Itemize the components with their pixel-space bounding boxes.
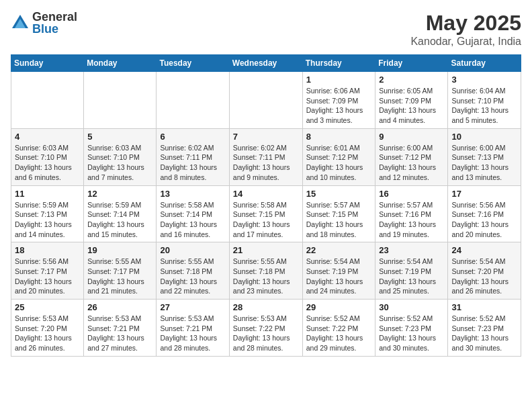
day-info: Sunrise: 5:56 AM Sunset: 7:16 PM Dayligh… xyxy=(451,200,517,240)
day-number: 13 xyxy=(160,189,225,199)
day-number: 7 xyxy=(233,132,299,142)
day-info: Sunrise: 5:56 AM Sunset: 7:17 PM Dayligh… xyxy=(15,257,80,296)
calendar-cell: 14Sunrise: 5:58 AM Sunset: 7:15 PM Dayli… xyxy=(229,185,302,242)
title-block: May 2025 Kanodar, Gujarat, India xyxy=(410,11,521,48)
calendar-cell: 11Sunrise: 5:59 AM Sunset: 7:13 PM Dayli… xyxy=(11,185,84,242)
logo: General Blue xyxy=(11,11,77,35)
calendar-cell: 6Sunrise: 6:02 AM Sunset: 7:11 PM Daylig… xyxy=(157,128,229,185)
day-number: 15 xyxy=(306,189,372,199)
calendar-week-row: 1Sunrise: 6:06 AM Sunset: 7:09 PM Daylig… xyxy=(11,72,521,129)
day-number: 27 xyxy=(160,302,225,312)
day-info: Sunrise: 6:00 AM Sunset: 7:13 PM Dayligh… xyxy=(451,143,517,183)
day-number: 30 xyxy=(379,302,444,312)
day-number: 29 xyxy=(306,302,372,312)
calendar-cell: 16Sunrise: 5:57 AM Sunset: 7:16 PM Dayli… xyxy=(375,185,448,242)
day-number: 21 xyxy=(233,245,299,255)
day-number: 1 xyxy=(306,75,372,85)
calendar-cell: 31Sunrise: 5:52 AM Sunset: 7:23 PM Dayli… xyxy=(448,300,521,357)
day-info: Sunrise: 5:53 AM Sunset: 7:22 PM Dayligh… xyxy=(233,314,299,353)
day-number: 28 xyxy=(233,302,299,312)
calendar-cell: 19Sunrise: 5:55 AM Sunset: 7:17 PM Dayli… xyxy=(84,242,157,300)
day-number: 5 xyxy=(87,132,152,142)
calendar-cell: 9Sunrise: 6:00 AM Sunset: 7:12 PM Daylig… xyxy=(375,128,448,185)
calendar-cell: 21Sunrise: 5:55 AM Sunset: 7:18 PM Dayli… xyxy=(229,242,302,300)
calendar-week-row: 25Sunrise: 5:53 AM Sunset: 7:20 PM Dayli… xyxy=(11,300,521,357)
weekday-header-row: SundayMondayTuesdayWednesdayThursdayFrid… xyxy=(11,55,521,72)
day-info: Sunrise: 5:53 AM Sunset: 7:21 PM Dayligh… xyxy=(87,314,152,353)
calendar-week-row: 18Sunrise: 5:56 AM Sunset: 7:17 PM Dayli… xyxy=(11,242,521,300)
day-number: 16 xyxy=(379,189,444,199)
day-info: Sunrise: 5:53 AM Sunset: 7:21 PM Dayligh… xyxy=(160,314,225,353)
calendar-week-row: 11Sunrise: 5:59 AM Sunset: 7:13 PM Dayli… xyxy=(11,185,521,242)
weekday-header-friday: Friday xyxy=(375,55,448,72)
day-info: Sunrise: 5:57 AM Sunset: 7:16 PM Dayligh… xyxy=(379,200,444,240)
day-number: 20 xyxy=(160,245,225,255)
calendar-cell: 7Sunrise: 6:02 AM Sunset: 7:11 PM Daylig… xyxy=(229,128,302,185)
day-info: Sunrise: 5:55 AM Sunset: 7:17 PM Dayligh… xyxy=(87,257,152,296)
day-number: 4 xyxy=(15,132,80,142)
day-number: 19 xyxy=(87,245,152,255)
day-info: Sunrise: 5:53 AM Sunset: 7:20 PM Dayligh… xyxy=(15,314,80,353)
weekday-header-thursday: Thursday xyxy=(302,55,375,72)
day-number: 25 xyxy=(15,302,80,312)
calendar-cell: 2Sunrise: 6:05 AM Sunset: 7:09 PM Daylig… xyxy=(375,72,448,129)
day-info: Sunrise: 6:00 AM Sunset: 7:12 PM Dayligh… xyxy=(379,143,444,183)
calendar-cell: 8Sunrise: 6:01 AM Sunset: 7:12 PM Daylig… xyxy=(302,128,375,185)
day-info: Sunrise: 6:04 AM Sunset: 7:10 PM Dayligh… xyxy=(451,86,517,126)
day-info: Sunrise: 5:55 AM Sunset: 7:18 PM Dayligh… xyxy=(233,257,299,296)
calendar-cell: 22Sunrise: 5:54 AM Sunset: 7:19 PM Dayli… xyxy=(302,242,375,300)
calendar-cell: 24Sunrise: 5:54 AM Sunset: 7:20 PM Dayli… xyxy=(448,242,521,300)
location: Kanodar, Gujarat, India xyxy=(410,36,521,48)
calendar-cell: 28Sunrise: 5:53 AM Sunset: 7:22 PM Dayli… xyxy=(229,300,302,357)
calendar-cell: 23Sunrise: 5:54 AM Sunset: 7:19 PM Dayli… xyxy=(375,242,448,300)
day-number: 31 xyxy=(451,302,517,312)
calendar-cell: 27Sunrise: 5:53 AM Sunset: 7:21 PM Dayli… xyxy=(157,300,229,357)
calendar-cell: 15Sunrise: 5:57 AM Sunset: 7:15 PM Dayli… xyxy=(302,185,375,242)
calendar-cell: 17Sunrise: 5:56 AM Sunset: 7:16 PM Dayli… xyxy=(448,185,521,242)
day-number: 24 xyxy=(451,245,517,255)
day-number: 23 xyxy=(379,245,444,255)
calendar-cell: 4Sunrise: 6:03 AM Sunset: 7:10 PM Daylig… xyxy=(11,128,84,185)
day-number: 22 xyxy=(306,245,372,255)
calendar-cell: 26Sunrise: 5:53 AM Sunset: 7:21 PM Dayli… xyxy=(84,300,157,357)
calendar-cell: 29Sunrise: 5:52 AM Sunset: 7:22 PM Dayli… xyxy=(302,300,375,357)
day-info: Sunrise: 6:02 AM Sunset: 7:11 PM Dayligh… xyxy=(233,143,299,183)
day-info: Sunrise: 5:52 AM Sunset: 7:22 PM Dayligh… xyxy=(306,314,372,353)
calendar-cell: 25Sunrise: 5:53 AM Sunset: 7:20 PM Dayli… xyxy=(11,300,84,357)
logo-blue-text: Blue xyxy=(32,23,77,35)
weekday-header-tuesday: Tuesday xyxy=(157,55,229,72)
day-number: 11 xyxy=(15,189,80,199)
calendar-cell: 12Sunrise: 5:59 AM Sunset: 7:14 PM Dayli… xyxy=(84,185,157,242)
calendar-table: SundayMondayTuesdayWednesdayThursdayFrid… xyxy=(11,54,521,357)
day-number: 14 xyxy=(233,189,299,199)
day-info: Sunrise: 5:57 AM Sunset: 7:15 PM Dayligh… xyxy=(306,200,372,240)
day-info: Sunrise: 6:06 AM Sunset: 7:09 PM Dayligh… xyxy=(306,86,372,126)
day-number: 18 xyxy=(15,245,80,255)
day-number: 17 xyxy=(451,189,517,199)
calendar-cell: 20Sunrise: 5:55 AM Sunset: 7:18 PM Dayli… xyxy=(157,242,229,300)
logo-general-text: General xyxy=(32,11,77,23)
day-info: Sunrise: 6:01 AM Sunset: 7:12 PM Dayligh… xyxy=(306,143,372,183)
day-info: Sunrise: 5:52 AM Sunset: 7:23 PM Dayligh… xyxy=(379,314,444,353)
calendar-cell: 13Sunrise: 5:58 AM Sunset: 7:14 PM Dayli… xyxy=(157,185,229,242)
day-info: Sunrise: 5:54 AM Sunset: 7:19 PM Dayligh… xyxy=(379,257,444,296)
calendar-cell: 5Sunrise: 6:03 AM Sunset: 7:10 PM Daylig… xyxy=(84,128,157,185)
calendar-cell: 18Sunrise: 5:56 AM Sunset: 7:17 PM Dayli… xyxy=(11,242,84,300)
calendar-cell xyxy=(157,72,229,129)
day-number: 26 xyxy=(87,302,152,312)
day-number: 12 xyxy=(87,189,152,199)
weekday-header-wednesday: Wednesday xyxy=(229,55,302,72)
day-number: 8 xyxy=(306,132,372,142)
calendar-cell xyxy=(11,72,84,129)
calendar-week-row: 4Sunrise: 6:03 AM Sunset: 7:10 PM Daylig… xyxy=(11,128,521,185)
day-info: Sunrise: 6:03 AM Sunset: 7:10 PM Dayligh… xyxy=(87,143,152,183)
day-info: Sunrise: 6:03 AM Sunset: 7:10 PM Dayligh… xyxy=(15,143,80,183)
day-info: Sunrise: 6:02 AM Sunset: 7:11 PM Dayligh… xyxy=(160,143,225,183)
weekday-header-sunday: Sunday xyxy=(11,55,84,72)
day-info: Sunrise: 6:05 AM Sunset: 7:09 PM Dayligh… xyxy=(379,86,444,126)
day-number: 2 xyxy=(379,75,444,85)
page-header: General Blue May 2025 Kanodar, Gujarat, … xyxy=(11,11,521,48)
weekday-header-monday: Monday xyxy=(84,55,157,72)
day-number: 3 xyxy=(451,75,517,85)
calendar-cell: 10Sunrise: 6:00 AM Sunset: 7:13 PM Dayli… xyxy=(448,128,521,185)
